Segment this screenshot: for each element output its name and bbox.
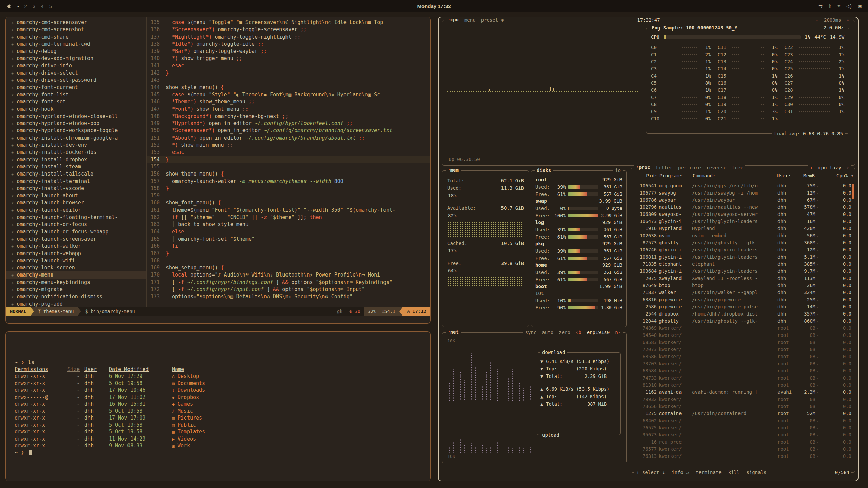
prompt-line-2[interactable]: ~ ❯ xyxy=(15,449,430,456)
cpu-box-title[interactable]: ¹cpu xyxy=(448,17,459,23)
screencast-icon[interactable]: ⇆ xyxy=(818,3,823,9)
process-row[interactable]: 16 rcu_pree root 0B 0.0 xyxy=(633,439,851,446)
power-icon[interactable]: ◉ xyxy=(858,3,862,9)
file-tree-item[interactable]: ✳omarchy-launch-about xyxy=(6,192,146,199)
file-tree-item[interactable]: ✳omarchy-install-chromium-google-a xyxy=(6,135,146,142)
process-row[interactable]: 68583 kworker/ root 0B 0.0 xyxy=(633,339,851,346)
process-row[interactable]: 68402 kworker/ root 0B 0.0 xyxy=(633,417,851,424)
signals-action[interactable]: signals xyxy=(746,469,766,476)
proc-option-button[interactable]: tree xyxy=(732,165,743,171)
file-tree-item[interactable]: ✳omarchy-install-vscode xyxy=(6,185,146,192)
file-tree-item[interactable]: ✳omarchy-drive-info xyxy=(6,62,146,69)
terminal-window[interactable]: ~ ❯ ls Permissions Size User Date Modifi… xyxy=(5,331,431,481)
net-iface-next-button[interactable]: n› xyxy=(615,329,621,336)
process-row[interactable]: 73703 kworker/ root 0B 0.0 xyxy=(633,360,851,367)
process-row[interactable]: 81310 kworker/ root 0B 0.0 xyxy=(633,382,851,389)
process-row[interactable]: 76577 kworker/ root 0B 0.0 xyxy=(633,446,851,453)
file-tree-item[interactable]: ✳omarchy-debug xyxy=(6,48,146,55)
network-icon[interactable]: ⌗ xyxy=(837,3,840,9)
file-tree-item[interactable]: ✳omarchy-launch-editor xyxy=(6,207,146,214)
process-row[interactable]: 106541 org.gnom /usr/bin/gjs /usr/lib/o … xyxy=(633,182,851,189)
process-row[interactable]: 68586 kworker/ root 0B 0.0 xyxy=(633,353,851,360)
process-row[interactable]: 94540 kworker/ root 0B 0.0 xyxy=(633,332,851,339)
file-tree-item[interactable]: ✳omarchy-hyprland-window-pop xyxy=(6,120,146,127)
file-tree-item[interactable]: ✳omarchy-launch-webapp xyxy=(6,250,146,257)
disks-io-toggle[interactable]: io xyxy=(615,167,621,174)
process-row[interactable]: 1916 Hyprland Hyprland dhh 420M 0.0 xyxy=(633,225,851,232)
process-row[interactable]: 1275 containe /usr/bin/containerd root 5… xyxy=(633,410,851,417)
file-tree-item[interactable]: ✳omarchy-cmd-terminal-cwd xyxy=(6,41,146,48)
process-row[interactable]: 106811 glycin-i /usr/lib/glycin-loaders … xyxy=(633,253,851,261)
interval-decrease-button[interactable]: - xyxy=(816,17,818,23)
file-tree-item[interactable]: ✳omarchy-drive-select xyxy=(6,69,146,77)
preset-button[interactable]: preset ✱ xyxy=(481,17,504,23)
omarchy-logo-icon[interactable] xyxy=(6,3,12,9)
file-tree-item[interactable]: ✳omarchy-launch-walker xyxy=(6,243,146,250)
process-row[interactable]: 106786 waybar /usr/bin/waybar dhh 67M 0.… xyxy=(633,197,851,204)
proc-box-title[interactable]: ⁴proc xyxy=(636,164,650,171)
process-row[interactable]: 106473 glycin-i /usr/lib/glycin-loaders … xyxy=(633,218,851,225)
info-action[interactable]: info ↵ xyxy=(672,469,689,476)
kill-action[interactable]: kill xyxy=(728,469,740,476)
net-iface-prev-button[interactable]: ‹b xyxy=(576,329,581,336)
file-tree-item[interactable]: ✳omarchy-hyprland-workspace-toggle xyxy=(6,127,146,134)
process-row[interactable]: 12044 ghostty /usr/bin/ghostty --gtk- dh… xyxy=(633,318,851,325)
workspace-active-indicator[interactable]: ▪ xyxy=(17,4,19,9)
proc-sort-next-button[interactable]: › xyxy=(847,165,849,171)
net-sync-toggle[interactable]: sync xyxy=(525,329,537,336)
process-row[interactable]: 71837 walker /usr/bin/walker --gappl dhh… xyxy=(633,289,851,296)
file-tree-item[interactable]: ✳omarchy-drive-set-password xyxy=(6,77,146,84)
file-tree-item[interactable]: ✳omarchy-launch-or-focus-webapp xyxy=(6,228,146,236)
file-tree-item[interactable]: ✳omarchy-launch-screensaver xyxy=(6,236,146,243)
file-tree-item[interactable]: ✳omarchy-cmd-screensaver xyxy=(6,19,146,26)
process-row[interactable]: 106777 swaybg /usr/bin/swaybg -i /hom dh… xyxy=(633,189,851,197)
file-tree-item[interactable]: ✳omarchy-font-list xyxy=(6,91,146,98)
volume-icon[interactable]: ◁) xyxy=(846,3,851,9)
process-row[interactable]: 76575 kworker/ root 0B 0.0 xyxy=(633,424,851,431)
process-row[interactable]: 76313 kworker/ root 0B 0.0 xyxy=(633,453,851,460)
file-tree-item[interactable]: ✳omarchy-font-set xyxy=(6,98,146,105)
terminate-action[interactable]: terminate xyxy=(696,469,722,476)
process-row[interactable]: 106809 swayosd- /usr/bin/swayosd-server … xyxy=(633,211,851,218)
file-tree-item[interactable]: ✳omarchy-hook xyxy=(6,106,146,113)
file-tree-item[interactable]: ✳omarchy-install-dropbox xyxy=(6,156,146,163)
file-tree-item[interactable]: ✳omarchy-launch-floating-terminal- xyxy=(6,214,146,221)
file-tree-item[interactable]: ✳omarchy-install-tailscale xyxy=(6,170,146,178)
process-row[interactable]: 79932 kworker/ root 0B 0.0 xyxy=(633,396,851,403)
file-tree-item[interactable]: ✳omarchy-launch-or-focus xyxy=(6,221,146,228)
process-row[interactable]: 87573 ghostty /usr/bin/ghostty --gtk- dh… xyxy=(633,239,851,246)
file-tree-item[interactable]: ✳omarchy-menu xyxy=(6,271,146,279)
process-row[interactable]: 74869 kworker/ root 0B 0.0 xyxy=(633,325,851,332)
workspace-2[interactable]: 2 xyxy=(24,3,27,9)
file-tree-item[interactable]: ✳omarchy-dev-add-migration xyxy=(6,55,146,62)
process-row[interactable]: 74733 kworker/ root 0B 0.0 xyxy=(633,374,851,382)
file-tree-item[interactable]: ✳omarchy-install-docker-dbs xyxy=(6,149,146,156)
process-row[interactable]: 1162 avahi-da avahi-daemon: running [ av… xyxy=(633,389,851,396)
process-row[interactable]: 68584 kworker/ root 0B 0.0 xyxy=(633,367,851,374)
workspace-5[interactable]: 5 xyxy=(49,3,52,9)
file-tree-item[interactable]: ✳omarchy-notification-dismiss xyxy=(6,293,146,300)
file-tree-item[interactable]: ✳omarchy-cmd-share xyxy=(6,34,146,41)
file-tree-item[interactable]: ✳omarchy-font-current xyxy=(6,84,146,91)
file-tree-item[interactable]: ✳omarchy-launch-browser xyxy=(6,199,146,206)
process-scrollbar[interactable] xyxy=(852,184,854,199)
process-row[interactable]: 103684 glycin-i /usr/lib/glycin-loaders … xyxy=(633,268,851,275)
file-tree-item[interactable]: ✳omarchy-cmd-screenshot xyxy=(6,26,146,33)
process-row[interactable]: 72073 kworker/ root 0B 0.0 xyxy=(633,346,851,353)
file-tree-item[interactable]: ✳omarchy-install-steam xyxy=(6,163,146,170)
file-tree-item[interactable]: ✳omarchy-install-terminal xyxy=(6,178,146,185)
process-row[interactable]: 2544 dropbox /home/dhh/.dropbox-dist dhh… xyxy=(633,310,851,318)
workspace-3[interactable]: 3 xyxy=(33,3,35,9)
process-row[interactable]: 2075 Xwayland Xwayland :1 -rootless - dh… xyxy=(633,275,851,282)
process-row[interactable]: 102638 nvim nvim --embed dhh 56M 0.0 xyxy=(633,232,851,239)
net-box-title[interactable]: ³net xyxy=(448,329,459,336)
process-row[interactable]: 73656 kworker/ root 0B 0.0 xyxy=(633,403,851,410)
menu-button[interactable]: menu xyxy=(464,17,476,23)
process-row[interactable]: 102796 nautilus /usr/bin/nautilus --new … xyxy=(633,204,851,211)
proc-sort-prev-button[interactable]: ‹ xyxy=(810,165,813,171)
memory-box-title[interactable]: ²mem xyxy=(448,167,459,174)
file-tree-item[interactable]: ✳omarchy-migrate xyxy=(6,286,146,293)
command-line[interactable] xyxy=(6,316,430,323)
process-row[interactable]: 2586 pipewire /usr/bin/pipewire-pulse dh… xyxy=(633,303,851,310)
file-tree-item[interactable]: ✳omarchy-hyprland-window-close-all xyxy=(6,113,146,120)
